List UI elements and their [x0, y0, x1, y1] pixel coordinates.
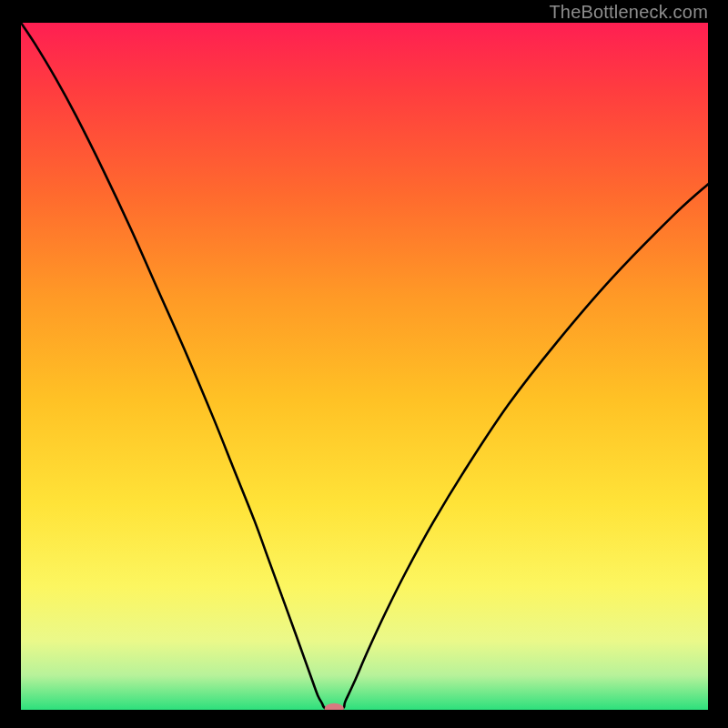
- bottleneck-chart: [21, 23, 708, 710]
- watermark-text: TheBottleneck.com: [549, 2, 708, 23]
- chart-frame: [21, 23, 708, 710]
- gradient-background: [21, 23, 708, 710]
